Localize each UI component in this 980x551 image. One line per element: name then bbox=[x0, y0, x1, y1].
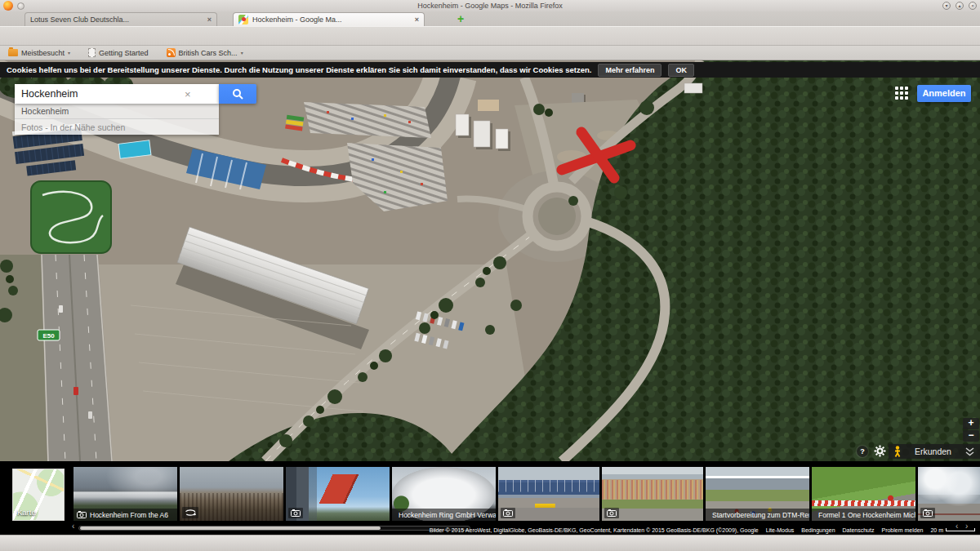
camera-icon bbox=[291, 509, 301, 517]
search-suggestions: Hockenheim Fotos - In der Nähe suchen bbox=[15, 104, 219, 135]
report-problem-link[interactable]: Problem melden bbox=[881, 527, 923, 533]
chevron-down-icon: ▾ bbox=[68, 50, 70, 56]
photo-thumbnail[interactable] bbox=[286, 467, 390, 521]
cookie-message: Cookies helfen uns bei der Bereitstellun… bbox=[7, 65, 591, 74]
page-icon bbox=[88, 48, 96, 57]
camera-icon bbox=[923, 509, 933, 517]
photo-thumbnail[interactable]: Startvorbereitung zum DTM-Ren... bbox=[706, 467, 809, 521]
close-button[interactable]: × bbox=[969, 2, 977, 10]
photo-thumbnail[interactable] bbox=[602, 467, 703, 521]
photosphere-icon bbox=[185, 509, 196, 517]
google-maps-favicon bbox=[238, 15, 248, 24]
explore-bar[interactable]: Erkunden bbox=[889, 444, 980, 459]
photo-thumbnail[interactable]: Hockenheim From the A6 bbox=[74, 467, 177, 521]
photo-thumbnail[interactable] bbox=[498, 467, 599, 521]
suggestion-hockenheim[interactable]: Hockenheim bbox=[15, 104, 219, 119]
bookmark-meistbesucht[interactable]: Meistbesucht ▾ bbox=[5, 46, 74, 60]
firefox-window-icon bbox=[3, 1, 13, 11]
photo-thumbnail[interactable] bbox=[180, 467, 283, 521]
zoom-out-button[interactable]: − bbox=[963, 430, 979, 442]
tab-hockenheim-active[interactable]: Hockenheim - Google Ma... × bbox=[233, 12, 425, 26]
cookie-learn-more-button[interactable]: Mehr erfahren bbox=[598, 64, 662, 77]
carousel-scrollbar[interactable] bbox=[78, 526, 470, 531]
suggestion-fotos[interactable]: Fotos - In der Nähe suchen bbox=[15, 119, 219, 135]
photo-thumbnail[interactable]: Hockenheim Ring GmbH Verwal... bbox=[392, 467, 496, 521]
map-mode-thumbnail[interactable]: Karte bbox=[12, 469, 65, 521]
maps-search-input[interactable] bbox=[21, 88, 185, 100]
attribution-text: Bilder © 2015 AeroWest, DigitalGlobe, Ge… bbox=[430, 527, 759, 533]
explore-label: Erkunden bbox=[906, 447, 960, 456]
tab-close-icon[interactable]: × bbox=[207, 16, 212, 24]
pegman-icon[interactable] bbox=[894, 446, 901, 457]
bookmark-label: Getting Started bbox=[99, 49, 149, 57]
window-title: Hockenheim - Google Maps - Mozilla Firef… bbox=[0, 0, 980, 11]
map-scale: 20 m bbox=[930, 527, 975, 533]
carousel-scroll-left-icon[interactable]: ‹ bbox=[72, 522, 74, 531]
camera-icon bbox=[607, 509, 617, 517]
photo-caption: Startvorbereitung zum DTM-Ren... bbox=[712, 511, 809, 519]
help-button[interactable]: ? bbox=[857, 446, 868, 457]
tab-bar: Lotus Seven Club Deutschla... × Hockenhe… bbox=[0, 11, 980, 26]
tab-lotus-seven-club[interactable]: Lotus Seven Club Deutschla... × bbox=[24, 12, 217, 26]
settings-gear-icon[interactable] bbox=[874, 445, 886, 460]
photo-thumbnail[interactable] bbox=[918, 467, 980, 521]
maps-search-button[interactable] bbox=[219, 84, 256, 104]
maximize-button[interactable]: ▴ bbox=[956, 2, 964, 10]
bookmark-getting-started[interactable]: Getting Started bbox=[85, 46, 152, 60]
svg-text:E50: E50 bbox=[42, 332, 55, 340]
taskbar: K Hockenheim - Google Maps - Mozilla Fi.… bbox=[0, 535, 980, 551]
clear-search-icon[interactable]: × bbox=[185, 88, 191, 100]
camera-icon bbox=[77, 511, 87, 518]
zoom-control: + − bbox=[963, 418, 979, 442]
camera-icon bbox=[503, 509, 513, 517]
tab-close-icon[interactable]: × bbox=[415, 16, 419, 24]
new-tab-button[interactable]: + bbox=[457, 13, 464, 24]
tab-label: Hockenheim - Google Ma... bbox=[252, 16, 411, 24]
signin-button[interactable]: Anmelden bbox=[917, 85, 971, 102]
lite-mode-link[interactable]: Lite-Modus bbox=[766, 527, 795, 533]
scrollbar-handle[interactable] bbox=[80, 527, 381, 530]
privacy-link[interactable]: Datenschutz bbox=[843, 527, 875, 533]
window-titlebar: Hockenheim - Google Maps - Mozilla Firef… bbox=[0, 0, 980, 11]
map-mode-label: Karte bbox=[17, 508, 36, 517]
road-sign-e50: E50 bbox=[38, 330, 60, 340]
desktop-screen: Hockenheim - Google Maps - Mozilla Firef… bbox=[0, 0, 980, 551]
bookmark-british-cars[interactable]: British Cars Sch... ▾ bbox=[163, 46, 247, 60]
chevron-down-icon: ▾ bbox=[241, 50, 243, 56]
navigation-toolbar: ← https://www.google.de/maps/place/Hocke… bbox=[0, 26, 980, 46]
window-menu-button[interactable] bbox=[17, 2, 24, 10]
photo-caption: Hockenheim Ring GmbH Verwal... bbox=[399, 511, 496, 519]
bookmark-label: Meistbesucht bbox=[21, 49, 65, 57]
photo-caption: Formel 1 One Hockenheim Mich... bbox=[818, 511, 915, 519]
folder-icon bbox=[8, 49, 18, 56]
photo-carousel: Karte Hockenheim From the A6 Hockenheim … bbox=[0, 461, 980, 535]
terms-link[interactable]: Bedingungen bbox=[801, 527, 835, 533]
photo-thumbnail[interactable]: Formel 1 One Hockenheim Mich... bbox=[812, 467, 915, 521]
double-chevron-down-icon[interactable] bbox=[965, 447, 974, 456]
rss-icon bbox=[167, 48, 176, 57]
scale-label: 20 m bbox=[930, 527, 943, 533]
minimize-button[interactable]: ▾ bbox=[942, 2, 951, 10]
google-apps-grid-icon[interactable] bbox=[895, 87, 910, 101]
tab-label: Lotus Seven Club Deutschla... bbox=[30, 16, 203, 24]
zoom-in-button[interactable]: + bbox=[963, 418, 979, 429]
cookie-ok-button[interactable]: OK bbox=[668, 64, 694, 77]
cookie-notice-bar: Cookies helfen uns bei der Bereitstellun… bbox=[0, 62, 980, 78]
maps-search-box: × bbox=[15, 84, 219, 104]
scale-bar bbox=[946, 528, 975, 531]
photo-caption: Hockenheim From the A6 bbox=[90, 511, 168, 519]
bookmark-label: British Cars Sch... bbox=[179, 49, 238, 57]
search-icon bbox=[232, 88, 243, 100]
bookmarks-bar: Meistbesucht ▾ Getting Started British C… bbox=[0, 46, 980, 60]
map-attribution: Bilder © 2015 AeroWest, DigitalGlobe, Ge… bbox=[430, 526, 975, 534]
